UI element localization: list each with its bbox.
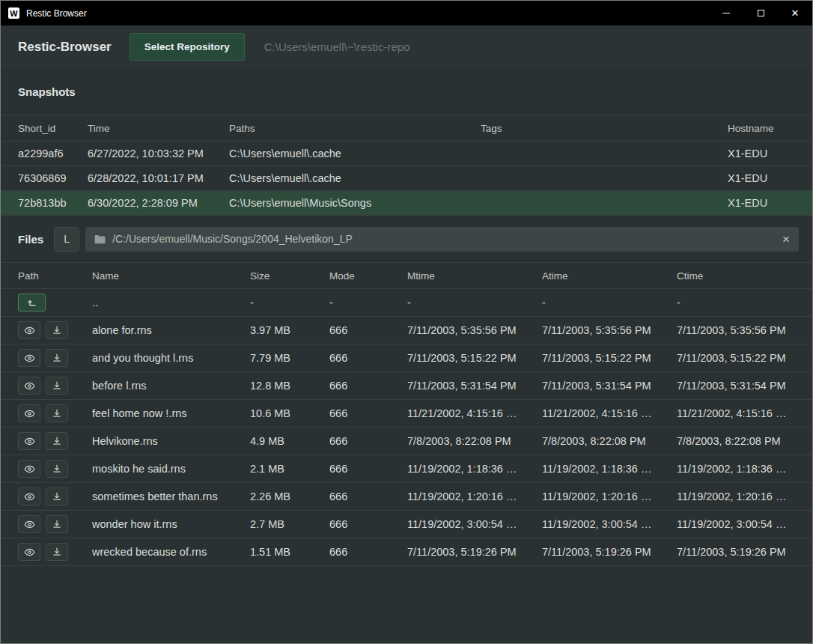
file-row-parent-directory: .. - - - - -	[1, 289, 812, 317]
download-file-button[interactable]	[46, 487, 68, 505]
file-ctime: 7/11/2003, 5:35:56 PM	[677, 324, 805, 336]
file-ctime: 11/19/2002, 3:00:54 …	[677, 518, 805, 530]
clear-path-button[interactable]: ×	[782, 233, 790, 246]
snapshot-time: 6/27/2022, 10:03:32 PM	[88, 148, 229, 160]
file-mode: 666	[329, 546, 407, 558]
eye-icon	[24, 464, 35, 475]
file-atime: 7/11/2003, 5:35:56 PM	[542, 324, 677, 336]
file-name: alone for.rns	[92, 324, 250, 336]
files-table-body: alone for.rns 3.97 MB 666 7/11/2003, 5:3…	[1, 317, 812, 566]
file-mode: 666	[329, 463, 407, 475]
preview-file-button[interactable]	[18, 515, 40, 533]
files-path-input[interactable]: /C:/Users/emuell/Music/Songs/2004_Helvet…	[85, 227, 799, 252]
preview-file-button[interactable]	[18, 487, 40, 505]
snapshots-table-body: a2299af6 6/27/2022, 10:03:32 PM C:\Users…	[1, 142, 812, 216]
file-atime: 7/11/2003, 5:15:22 PM	[542, 352, 677, 364]
snapshot-row[interactable]: a2299af6 6/27/2022, 10:03:32 PM C:\Users…	[1, 142, 812, 166]
file-mtime: 11/21/2002, 4:15:16 …	[407, 407, 542, 419]
preview-file-button[interactable]	[18, 432, 40, 450]
snapshot-short-id: a2299af6	[18, 148, 88, 160]
download-file-button[interactable]	[46, 460, 68, 478]
close-icon: ✕	[791, 7, 800, 19]
snapshot-row[interactable]: 76306869 6/28/2022, 10:01:17 PM C:\Users…	[1, 166, 812, 191]
download-icon	[52, 408, 62, 419]
snapshot-paths: C:\Users\emuell\.cache	[229, 172, 481, 184]
preview-file-button[interactable]	[18, 460, 40, 478]
file-atime: 7/11/2003, 5:19:26 PM	[542, 546, 677, 558]
snapshot-row[interactable]: 72b813bb 6/30/2022, 2:28:09 PM C:\Users\…	[1, 191, 812, 216]
download-icon	[52, 353, 62, 363]
download-file-button[interactable]	[46, 377, 68, 395]
file-name: sometimes better than.rns	[92, 490, 250, 502]
file-ctime: 11/21/2002, 4:15:16 …	[677, 407, 805, 419]
file-size: 12.8 MB	[250, 380, 329, 392]
file-row: before l.rns 12.8 MB 666 7/11/2003, 5:31…	[1, 372, 812, 400]
file-atime: 7/11/2003, 5:31:54 PM	[542, 380, 677, 392]
select-repository-button[interactable]: Select Repository	[130, 33, 245, 61]
preview-file-button[interactable]	[18, 543, 40, 561]
file-ctime: 7/11/2003, 5:19:26 PM	[677, 546, 805, 558]
eye-icon	[24, 436, 35, 447]
file-ctime: -	[677, 297, 805, 309]
repository-path: C:\Users\emuell\~\restic-repo	[264, 40, 410, 53]
close-button[interactable]: ✕	[778, 1, 812, 25]
column-header-mode: Mode	[329, 270, 407, 282]
file-row: sometimes better than.rns 2.26 MB 666 11…	[1, 483, 812, 511]
window-title: Restic Browser	[26, 8, 87, 19]
minimize-button[interactable]	[709, 1, 743, 25]
go-up-directory-button[interactable]	[18, 294, 46, 312]
download-file-button[interactable]	[46, 404, 68, 422]
files-path-value: /C:/Users/emuell/Music/Songs/2004_Helvet…	[112, 233, 353, 245]
files-heading: Files	[18, 233, 43, 246]
download-icon	[52, 519, 62, 529]
column-header-size: Size	[250, 270, 329, 282]
file-mode: 666	[329, 518, 407, 530]
download-file-button[interactable]	[46, 515, 68, 533]
download-file-button[interactable]	[46, 543, 68, 561]
file-size: 2.1 MB	[250, 463, 329, 475]
up-directory-icon	[26, 297, 37, 309]
minimize-icon	[722, 13, 730, 13]
column-header-ctime: Ctime	[677, 270, 805, 282]
preview-file-button[interactable]	[18, 349, 40, 367]
download-file-button[interactable]	[46, 321, 68, 339]
eye-icon	[24, 380, 35, 392]
snapshot-paths: C:\Users\emuell\.cache	[229, 148, 481, 160]
maximize-icon	[758, 10, 764, 16]
file-ctime: 11/19/2002, 1:20:16 …	[677, 490, 805, 502]
file-name: wonder how it.rns	[92, 518, 250, 530]
preview-file-button[interactable]	[18, 321, 40, 339]
download-file-button[interactable]	[46, 432, 68, 450]
column-header-name: Name	[92, 270, 250, 282]
column-header-mtime: Mtime	[407, 270, 542, 282]
snapshot-time: 6/30/2022, 2:28:09 PM	[88, 197, 229, 209]
eye-icon	[24, 547, 35, 558]
file-size: 2.7 MB	[250, 518, 329, 530]
file-mode: 666	[329, 490, 407, 502]
download-icon	[52, 547, 62, 557]
file-atime: 11/19/2002, 1:20:16 …	[542, 490, 677, 502]
file-size: 2.26 MB	[250, 490, 329, 502]
file-row: wrecked because of.rns 1.51 MB 666 7/11/…	[1, 538, 812, 566]
app-window: W Restic Browser ✕ Restic-Browser Select…	[0, 0, 813, 644]
file-ctime: 11/19/2002, 1:18:36 …	[677, 463, 805, 475]
file-ctime: 7/8/2003, 8:22:08 PM	[677, 435, 805, 447]
column-header-short-id: Short_id	[18, 123, 88, 134]
file-mtime: 7/11/2003, 5:19:26 PM	[407, 546, 542, 558]
tree-toggle-button[interactable]: L	[54, 227, 79, 252]
file-size: 1.51 MB	[250, 546, 329, 558]
maximize-button[interactable]	[743, 1, 778, 25]
column-header-path: Path	[18, 270, 92, 282]
snapshot-short-id: 76306869	[18, 172, 88, 184]
file-size: 4.9 MB	[250, 435, 329, 447]
download-file-button[interactable]	[46, 349, 68, 367]
preview-file-button[interactable]	[18, 377, 40, 395]
file-size: 7.79 MB	[250, 352, 329, 364]
file-name: moskito he said.rns	[92, 463, 250, 475]
file-atime: 11/21/2002, 4:15:16 …	[542, 407, 677, 419]
file-ctime: 7/11/2003, 5:31:54 PM	[677, 380, 805, 392]
download-icon	[52, 436, 62, 446]
file-name: and you thought l.rns	[92, 352, 250, 364]
snapshot-paths: C:\Users\emuell\Music\Songs	[229, 197, 481, 209]
preview-file-button[interactable]	[18, 404, 40, 422]
